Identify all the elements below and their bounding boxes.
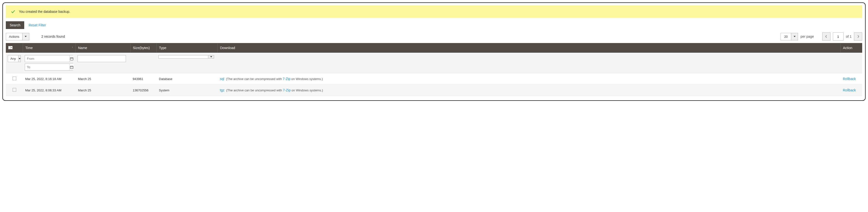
- download-link[interactable]: sql: [220, 77, 224, 81]
- to-date-input[interactable]: [25, 64, 69, 70]
- cell-download: tgz (The archive can be uncompressed wit…: [217, 84, 840, 96]
- check-icon: [11, 9, 16, 14]
- records-found: 2 records found: [41, 35, 65, 38]
- sevenzip-link[interactable]: 7-Zip: [283, 88, 290, 92]
- row-checkbox[interactable]: [12, 88, 16, 92]
- col-header-select: [6, 43, 23, 53]
- chevron-down-icon[interactable]: [18, 56, 21, 62]
- col-header-size[interactable]: Size(bytes): [130, 43, 156, 53]
- row-checkbox[interactable]: [12, 77, 16, 80]
- chevron-down-icon[interactable]: [791, 33, 798, 40]
- table-row: Mar 25, 2022, 8:16:18 AM March 25 943961…: [6, 73, 862, 84]
- table-row: Mar 25, 2022, 8:06:33 AM March 25 136702…: [6, 84, 862, 96]
- from-date-input[interactable]: [25, 56, 69, 62]
- cell-name: March 25: [75, 73, 130, 84]
- download-link[interactable]: tgz: [220, 88, 224, 92]
- calendar-icon[interactable]: [69, 56, 73, 62]
- cell-size: 943961: [130, 73, 156, 84]
- prev-page-button[interactable]: [822, 32, 831, 41]
- per-page-label: per page: [800, 35, 814, 38]
- per-page-value: 20: [781, 33, 791, 40]
- col-header-action: Action: [840, 43, 862, 53]
- filter-time-to[interactable]: [25, 64, 73, 71]
- svg-rect-0: [70, 58, 73, 60]
- sort-asc-icon: ↑: [72, 46, 73, 48]
- cell-size: 136702556: [130, 84, 156, 96]
- filter-select-any[interactable]: Any: [8, 55, 21, 62]
- success-banner: You created the database backup.: [6, 5, 862, 18]
- actions-dropdown[interactable]: Actions: [6, 33, 29, 40]
- actions-label: Actions: [6, 33, 22, 40]
- per-page-select[interactable]: 20: [781, 33, 798, 40]
- next-page-button[interactable]: [854, 32, 862, 41]
- chevron-down-icon[interactable]: [22, 33, 29, 40]
- col-header-download: Download: [217, 43, 840, 53]
- reset-filter-link[interactable]: Reset Filter: [29, 23, 46, 27]
- col-header-name[interactable]: Name: [75, 43, 130, 53]
- search-button[interactable]: Search: [6, 21, 24, 29]
- rollback-link[interactable]: Rollback: [843, 77, 856, 81]
- filter-time-from[interactable]: [25, 55, 73, 62]
- cell-time: Mar 25, 2022, 8:06:33 AM: [23, 84, 75, 96]
- cell-type: System: [156, 84, 217, 96]
- page-input[interactable]: [833, 32, 843, 41]
- cell-time: Mar 25, 2022, 8:16:18 AM: [23, 73, 75, 84]
- of-pages-label: of 1: [846, 35, 851, 38]
- cell-download: sql (The archive can be uncompressed wit…: [217, 73, 840, 84]
- calendar-icon[interactable]: [69, 64, 73, 70]
- sevenzip-link[interactable]: 7-Zip: [283, 77, 290, 81]
- backups-table: Time↑ Name Size(bytes) Type Download Act…: [6, 43, 862, 96]
- filter-type-select[interactable]: [158, 55, 214, 59]
- cell-type: Database: [156, 73, 217, 84]
- success-text: You created the database backup.: [19, 10, 70, 13]
- filter-row: Any: [6, 53, 862, 73]
- col-header-time[interactable]: Time↑: [23, 43, 75, 53]
- col-header-type[interactable]: Type: [156, 43, 217, 53]
- chevron-down-icon[interactable]: [10, 46, 12, 49]
- chevron-down-icon[interactable]: [208, 56, 214, 58]
- filter-name-input[interactable]: [78, 55, 126, 62]
- select-all-checkbox[interactable]: [8, 46, 12, 49]
- rollback-link[interactable]: Rollback: [843, 88, 856, 92]
- cell-name: March 25: [75, 84, 130, 96]
- svg-rect-4: [70, 66, 73, 69]
